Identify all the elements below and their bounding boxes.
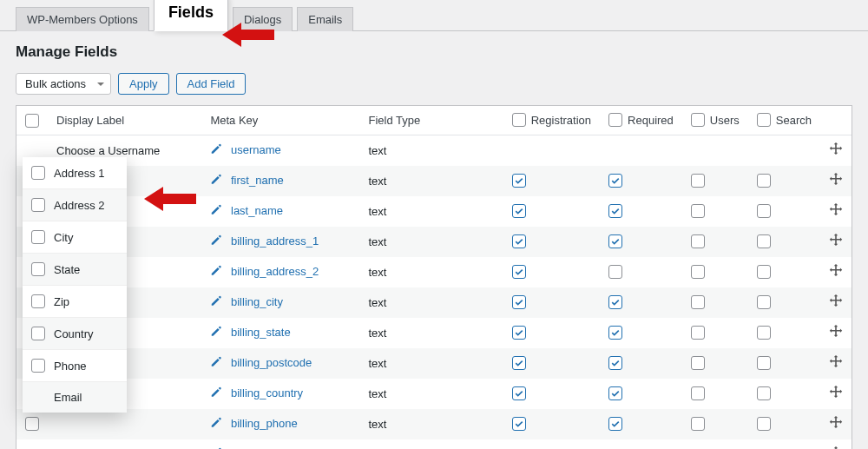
meta-key-link[interactable]: billing_address_1 [231, 234, 319, 248]
drag-handle-icon[interactable] [829, 359, 843, 372]
row-checkbox[interactable] [25, 417, 39, 431]
search-checkbox[interactable] [757, 234, 771, 248]
registration-checkbox[interactable] [512, 174, 526, 188]
select-all-checkbox[interactable] [25, 114, 39, 128]
overlay-label: Email [54, 391, 82, 404]
required-checkbox[interactable] [608, 417, 622, 431]
table-row: billing_address_1 text [16, 227, 852, 257]
drag-handle-icon[interactable] [829, 389, 843, 402]
required-checkbox[interactable] [608, 386, 622, 400]
users-checkbox[interactable] [691, 204, 705, 218]
meta-key-link[interactable]: username [231, 143, 281, 156]
users-checkbox[interactable] [691, 174, 705, 188]
drag-overlay-item[interactable]: State [23, 254, 127, 286]
drag-overlay-item[interactable]: City [23, 221, 127, 254]
required-checkbox[interactable] [608, 356, 622, 370]
tab-options[interactable]: WP-Members Options [16, 7, 149, 31]
overlay-checkbox[interactable] [31, 166, 45, 180]
registration-checkbox[interactable] [512, 326, 526, 340]
drag-handle-icon[interactable] [829, 146, 843, 159]
required-checkbox[interactable] [608, 265, 622, 279]
overlay-checkbox[interactable] [31, 198, 45, 212]
pencil-icon[interactable] [210, 265, 222, 280]
pencil-icon[interactable] [210, 326, 222, 340]
meta-key-link[interactable]: billing_state [231, 326, 291, 339]
drag-handle-icon[interactable] [829, 298, 843, 311]
header-req-checkbox[interactable] [608, 113, 622, 127]
registration-checkbox[interactable] [512, 265, 526, 279]
pencil-icon[interactable] [210, 204, 222, 219]
drag-overlay-item[interactable]: Email [23, 382, 127, 413]
pencil-icon[interactable] [210, 174, 222, 188]
drag-overlay-item[interactable]: Address 2 [23, 189, 127, 221]
users-checkbox[interactable] [691, 295, 705, 309]
search-checkbox[interactable] [757, 265, 771, 279]
overlay-checkbox[interactable] [31, 294, 45, 308]
users-checkbox[interactable] [691, 326, 705, 340]
meta-key-link[interactable]: billing_phone [231, 417, 298, 430]
drag-handle-icon[interactable] [829, 207, 843, 220]
drag-overlay-item[interactable]: Address 1 [23, 157, 127, 189]
registration-checkbox[interactable] [512, 295, 526, 309]
pencil-icon[interactable] [210, 295, 222, 310]
overlay-checkbox[interactable] [31, 230, 45, 244]
meta-key-link[interactable]: billing_postcode [231, 356, 312, 369]
drag-handle-icon[interactable] [829, 267, 843, 281]
search-checkbox[interactable] [757, 417, 771, 431]
overlay-checkbox[interactable] [31, 359, 45, 373]
header-users-checkbox[interactable] [691, 113, 705, 127]
overlay-label: Zip [54, 295, 69, 308]
row-type: text [359, 166, 503, 196]
required-checkbox[interactable] [608, 326, 622, 340]
drag-handle-icon[interactable] [829, 419, 843, 432]
meta-key-link[interactable]: billing_address_2 [231, 265, 319, 278]
users-checkbox[interactable] [691, 386, 705, 400]
search-checkbox[interactable] [757, 386, 771, 400]
pencil-icon[interactable] [210, 234, 222, 249]
meta-key-link[interactable]: last_name [231, 204, 283, 217]
bulk-actions-select[interactable]: Bulk actions [16, 73, 111, 95]
overlay-checkbox[interactable] [31, 327, 45, 340]
users-checkbox[interactable] [691, 234, 705, 248]
search-checkbox[interactable] [757, 356, 771, 370]
drag-overlay-item[interactable]: Zip [23, 286, 127, 318]
col-header-meta[interactable]: Meta Key [201, 106, 359, 135]
registration-checkbox[interactable] [512, 417, 526, 431]
pencil-icon[interactable] [210, 356, 222, 371]
search-checkbox[interactable] [757, 326, 771, 340]
drag-handle-icon[interactable] [829, 328, 843, 341]
header-reg-checkbox[interactable] [512, 113, 526, 127]
add-field-button[interactable]: Add Field [176, 73, 247, 95]
search-checkbox[interactable] [757, 174, 771, 188]
required-checkbox[interactable] [608, 174, 622, 188]
registration-checkbox[interactable] [512, 356, 526, 370]
meta-key-link[interactable]: billing_country [231, 386, 303, 399]
registration-checkbox[interactable] [512, 204, 526, 218]
drag-handle-icon[interactable] [829, 176, 843, 189]
tab-fields[interactable]: Fields [154, 0, 228, 31]
required-checkbox[interactable] [608, 295, 622, 309]
pencil-icon[interactable] [210, 417, 222, 432]
search-checkbox[interactable] [757, 204, 771, 218]
users-checkbox[interactable] [691, 265, 705, 279]
tab-emails[interactable]: Emails [297, 7, 353, 31]
drag-handle-icon[interactable] [829, 237, 843, 250]
users-checkbox[interactable] [691, 356, 705, 370]
pencil-icon[interactable] [210, 386, 222, 401]
meta-key-link[interactable]: billing_city [231, 295, 283, 308]
required-checkbox[interactable] [608, 204, 622, 218]
drag-overlay-item[interactable]: Country [23, 318, 127, 350]
users-checkbox[interactable] [691, 417, 705, 431]
col-header-type[interactable]: Field Type [359, 106, 503, 135]
drag-overlay-item[interactable]: Phone [23, 350, 127, 382]
required-checkbox[interactable] [608, 234, 622, 248]
search-checkbox[interactable] [757, 295, 771, 309]
col-header-label[interactable]: Display Label [48, 106, 201, 135]
pencil-icon[interactable] [210, 143, 222, 158]
overlay-checkbox[interactable] [31, 262, 45, 276]
registration-checkbox[interactable] [512, 386, 526, 400]
registration-checkbox[interactable] [512, 234, 526, 248]
meta-key-link[interactable]: first_name [231, 174, 284, 187]
header-search-checkbox[interactable] [757, 113, 771, 127]
apply-button[interactable]: Apply [118, 73, 169, 95]
